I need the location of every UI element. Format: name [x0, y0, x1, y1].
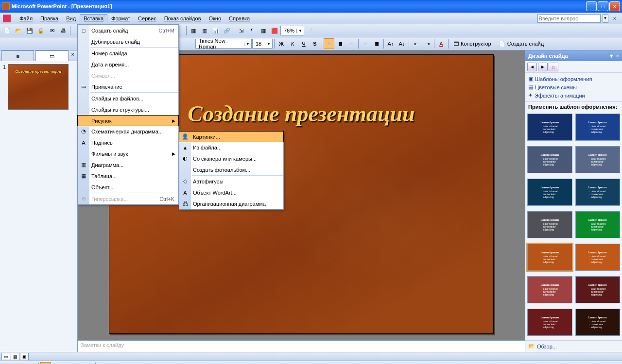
oval-tool[interactable]: ◯ [131, 362, 141, 364]
design-thumbnail[interactable]: Lorem Ipsum· dolor sit amet· consectetur… [527, 276, 572, 303]
ask-question-input[interactable] [537, 14, 601, 23]
font-combo[interactable]: Times New Roman▼ [195, 39, 252, 49]
hyperlink-button[interactable]: 🔗 [222, 25, 232, 36]
show-formatting-button[interactable]: ¶ [247, 25, 258, 36]
menu-view[interactable]: Вид [62, 14, 80, 23]
open-button[interactable]: 📂 [13, 25, 24, 36]
permission-button[interactable]: 🔒 [35, 25, 46, 36]
menu-item[interactable]: Слайды из файлов... [78, 93, 178, 104]
minimize-button[interactable]: _ [586, 1, 597, 11]
close-button[interactable]: × [609, 1, 620, 11]
bullets-button[interactable]: ≣ [371, 38, 382, 49]
line-tool[interactable]: ＼ [97, 362, 108, 364]
design-thumbnail[interactable]: Lorem Ipsum· dolor sit amet· consectetur… [527, 309, 572, 336]
task-pane-menu-icon[interactable]: ▼ [609, 53, 614, 59]
autoshapes-menu[interactable]: Автофигуры ▾ [52, 362, 94, 364]
decrease-font-button[interactable]: A↓ [397, 38, 407, 49]
design-thumbnail[interactable]: Lorem Ipsum· dolor sit amet· consectetur… [575, 146, 621, 173]
submenu-item[interactable]: Создать фотоальбом... [179, 164, 283, 175]
task-pane-close-icon[interactable]: × [616, 53, 619, 59]
link-animation[interactable]: ✦ Эффекты анимации [528, 91, 619, 99]
arrow-style-tool[interactable]: ⇢ [257, 362, 267, 364]
line-style-tool[interactable]: ≡ [234, 362, 245, 364]
wordart-tool[interactable]: A [153, 362, 164, 364]
outline-tab[interactable]: ≡ [1, 50, 34, 61]
new-button[interactable]: 📄 [2, 25, 13, 36]
increase-font-button[interactable]: A↑ [385, 38, 396, 49]
help-button[interactable]: ❔ [305, 25, 315, 36]
maximize-button[interactable]: □ [598, 1, 608, 11]
chart-button[interactable]: 📊 [210, 25, 221, 36]
align-right-button[interactable]: ≡ [346, 38, 357, 49]
line-color-tool[interactable]: ✎ [212, 362, 223, 364]
menu-slideshow[interactable]: Показ слайдов [160, 14, 205, 23]
notes-pane[interactable]: Заметки к слайду [78, 340, 525, 352]
menu-item[interactable]: Рисунок▶ [77, 115, 179, 126]
zoom-combo[interactable]: 76%▼ [280, 26, 304, 35]
align-center-button[interactable]: ≣ [335, 38, 346, 49]
expand-button[interactable]: ⇲ [236, 25, 246, 36]
menu-item[interactable]: Символ... [78, 70, 178, 81]
nav-back-button[interactable]: ◄ [527, 63, 537, 71]
underline-button[interactable]: Ч [298, 38, 309, 49]
browse-link[interactable]: 📂 Обзор... [525, 340, 622, 352]
design-thumbnail[interactable]: Lorem Ipsum· dolor sit amet· consectetur… [527, 244, 572, 271]
design-thumbnail[interactable]: Lorem Ipsum· dolor sit amet· consectetur… [527, 179, 572, 206]
shadow-button[interactable]: S [310, 38, 320, 49]
font-color-button[interactable]: A [436, 38, 447, 49]
shadow-tool[interactable]: ◼ [268, 362, 278, 364]
menu-item[interactable]: Дублировать слайд [78, 36, 178, 47]
picture-tool[interactable]: ▲ [187, 362, 197, 364]
design-thumbnail[interactable]: Lorem Ipsum· dolor sit amet· consectetur… [575, 276, 621, 303]
new-slide-button[interactable]: 📄 Создать слайд [495, 38, 547, 49]
menu-item[interactable]: ▥Диаграмма... [78, 159, 178, 170]
grid-button[interactable]: ▦ [258, 25, 269, 36]
design-thumbnail[interactable]: Lorem Ipsum· dolor sit amet· consectetur… [575, 114, 621, 141]
menu-item[interactable]: ◔Схематическая диаграмма... [78, 126, 178, 137]
design-thumbnail[interactable]: Lorem Ipsum· dolor sit amet· consectetur… [575, 179, 621, 206]
design-thumbnail[interactable]: Lorem Ipsum· dolor sit amet· consectetur… [527, 114, 572, 141]
sorter-view-button[interactable]: ▦ [11, 353, 19, 360]
submenu-item[interactable]: 👤Картинки... [179, 131, 284, 142]
italic-button[interactable]: К [287, 38, 298, 49]
submenu-item[interactable]: ◇Автофигуры [179, 176, 283, 187]
submenu-item[interactable]: ◐Со сканера или камеры... [179, 153, 283, 164]
pane-close-icon[interactable]: × [69, 50, 77, 61]
actions-menu[interactable]: Действия ▾ [2, 362, 37, 364]
email-button[interactable]: ✉ [47, 25, 57, 36]
clipart-tool[interactable]: 👤 [175, 362, 186, 364]
diagram-tool[interactable]: ◔ [164, 362, 175, 364]
fill-color-tool[interactable]: 🪣 [201, 362, 211, 364]
menu-insert[interactable]: Вставка [80, 14, 107, 22]
menu-item[interactable]: Фильмы и звук▶ [78, 148, 178, 159]
submenu-item[interactable]: 品Организационная диаграмма [179, 198, 283, 209]
nav-home-button[interactable]: ⌂ [549, 63, 558, 71]
menu-format[interactable]: Формат [107, 14, 134, 23]
dash-style-tool[interactable]: ┅ [245, 362, 256, 364]
bold-button[interactable]: Ж [276, 38, 287, 49]
design-thumbnail[interactable]: Lorem Ipsum· dolor sit amet· consectetur… [575, 211, 621, 238]
design-button[interactable]: 🗔 Конструктор [450, 38, 495, 49]
3d-tool[interactable]: ◧ [279, 362, 290, 364]
normal-view-button[interactable]: ▭ [1, 353, 10, 360]
design-thumbnail[interactable]: Lorem Ipsum· dolor sit amet· consectetur… [575, 309, 621, 336]
decrease-indent-button[interactable]: ⇤ [411, 38, 421, 49]
table-button[interactable]: ▦ [188, 25, 199, 36]
slideshow-view-button[interactable]: ▣ [20, 353, 29, 360]
design-thumbnail[interactable]: Lorem Ipsum· dolor sit amet· consectetur… [527, 146, 572, 173]
menu-item[interactable]: ⊕Гиперссылка...Ctrl+K [78, 193, 178, 204]
fontsize-combo[interactable]: 18▼ [252, 39, 273, 49]
menu-item[interactable]: AНадпись [78, 137, 178, 148]
menu-file[interactable]: Файл [16, 14, 36, 23]
increase-indent-button[interactable]: ⇥ [422, 38, 432, 49]
menu-edit[interactable]: Правка [36, 14, 62, 23]
submenu-item[interactable]: ▲Из файла... [179, 142, 283, 153]
design-thumbnail[interactable]: Lorem Ipsum· dolor sit amet· consectetur… [527, 211, 572, 238]
menu-item[interactable]: Номер слайда [78, 48, 178, 59]
mdi-close-button[interactable]: × [610, 16, 619, 21]
tables-borders-button[interactable]: ▥ [199, 25, 210, 36]
textbox-tool[interactable]: ▣ [142, 362, 153, 364]
arrow-tool[interactable]: ↘ [108, 362, 119, 364]
rectangle-tool[interactable]: ▭ [120, 362, 130, 364]
menu-item[interactable]: Дата и время... [78, 59, 178, 70]
